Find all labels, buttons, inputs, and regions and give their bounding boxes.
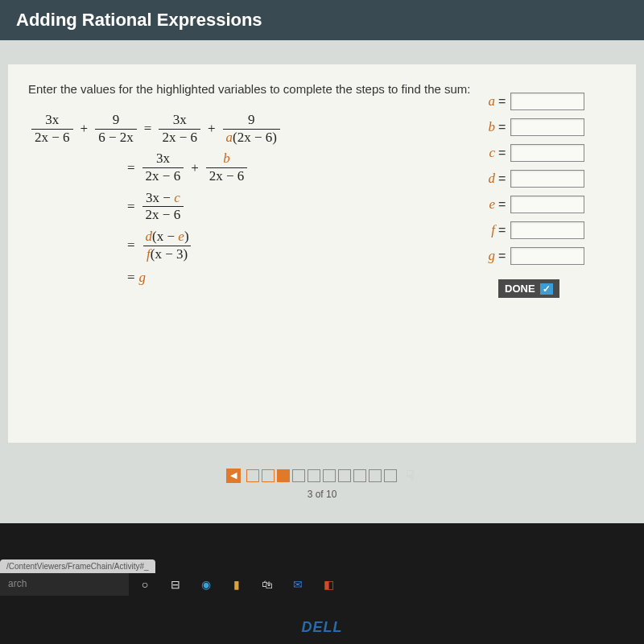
var-a: a <box>226 130 233 145</box>
math-line-3: = 3x − c 2x − 6 <box>28 190 471 224</box>
prev-arrow-icon[interactable]: ◀ <box>226 469 241 483</box>
equals-sign: = <box>127 159 135 178</box>
math-line-4: = d(x − e) f(x − 3) <box>28 229 471 262</box>
plus-sign: + <box>208 119 216 138</box>
page-header: Adding Rational Expressions <box>0 0 644 40</box>
label-d: d <box>471 171 495 187</box>
input-a[interactable] <box>510 93 584 110</box>
field-g: g = <box>471 247 616 265</box>
answer-panel: a = b = c = d = e = <box>471 80 616 427</box>
page-box-6[interactable] <box>323 469 336 482</box>
field-e: e = <box>471 196 616 213</box>
label-c: c <box>471 145 495 161</box>
input-g[interactable] <box>510 247 584 265</box>
fraction: 9 a(2x − 6) <box>223 112 280 146</box>
label-b: b <box>471 119 495 135</box>
page-box-9[interactable] <box>369 469 382 482</box>
page-box-1[interactable] <box>246 469 259 482</box>
next-hand-icon[interactable]: ☟ <box>402 468 419 484</box>
fraction: 3x − c 2x − 6 <box>142 190 184 224</box>
input-d[interactable] <box>510 170 584 188</box>
fraction: 3x 2x − 6 <box>142 151 184 184</box>
math-line-1: 3x 2x − 6 + 9 6 − 2x = 3x 2x − 6 + <box>28 112 471 146</box>
page-box-10[interactable] <box>384 469 397 482</box>
store-icon[interactable]: 🛍 <box>259 576 275 592</box>
math-block: 3x 2x − 6 + 9 6 − 2x = 3x 2x − 6 + <box>28 112 471 287</box>
plus-sign: + <box>80 119 89 138</box>
field-f: f = <box>471 221 616 239</box>
var-g: g <box>139 268 147 287</box>
fraction: d(x − e) f(x − 3) <box>142 229 192 262</box>
taskbar: ○ ⊟ ◉ ▮ 🛍 ✉ ◧ <box>129 573 644 596</box>
equals-sign: = <box>127 236 135 255</box>
content-area: Enter the values for the highlighted var… <box>0 40 644 523</box>
page-box-5[interactable] <box>308 469 320 482</box>
page-box-8[interactable] <box>353 469 366 482</box>
taskbar-area: /ContentViewers/FrameChain/Activity#_ ar… <box>0 558 644 596</box>
browser-tab[interactable]: /ContentViewers/FrameChain/Activity#_ <box>0 559 155 573</box>
equals-sign: = <box>144 119 152 138</box>
pager: ◀ ☟ 3 of 10 <box>8 467 636 500</box>
pager-boxes: ◀ ☟ <box>226 468 419 484</box>
page-box-3-current[interactable] <box>277 469 290 482</box>
search-input[interactable]: arch <box>0 573 129 596</box>
explorer-icon[interactable]: ▮ <box>229 576 245 592</box>
question-card: Enter the values for the highlighted var… <box>8 64 636 443</box>
done-button[interactable]: DONE ✓ <box>498 279 559 298</box>
label-f: f <box>471 222 495 238</box>
page-box-7[interactable] <box>338 469 351 482</box>
check-icon: ✓ <box>540 283 553 295</box>
page-box-4[interactable] <box>292 469 305 482</box>
math-line-2: = 3x 2x − 6 + b 2x − 6 <box>28 151 471 184</box>
label-e: e <box>471 196 495 213</box>
instructions-text: Enter the values for the highlighted var… <box>28 80 471 97</box>
field-b: b = <box>471 118 616 136</box>
page-title: Adding Rational Expressions <box>16 10 262 30</box>
fraction: 3x 2x − 6 <box>31 112 73 146</box>
plus-sign: + <box>191 159 199 178</box>
math-line-5: = g <box>28 268 471 287</box>
fraction: 9 6 − 2x <box>95 112 137 146</box>
dell-logo: DELL <box>302 619 343 636</box>
page-box-2[interactable] <box>262 469 275 482</box>
input-f[interactable] <box>510 221 584 239</box>
var-e: e <box>178 229 184 244</box>
input-b[interactable] <box>510 118 584 136</box>
label-a: a <box>471 93 495 109</box>
done-label: DONE <box>505 283 535 295</box>
cortana-icon[interactable]: ○ <box>137 576 153 592</box>
var-b: b <box>220 151 233 167</box>
edge-icon[interactable]: ◉ <box>198 576 214 592</box>
fraction: b 2x − 6 <box>206 151 248 184</box>
question-body: Enter the values for the highlighted var… <box>28 80 471 427</box>
task-view-icon[interactable]: ⊟ <box>167 576 184 592</box>
var-c: c <box>174 190 180 205</box>
input-c[interactable] <box>510 144 584 162</box>
mail-icon[interactable]: ✉ <box>290 576 306 592</box>
field-c: c = <box>471 144 616 162</box>
label-g: g <box>471 248 495 264</box>
office-icon[interactable]: ◧ <box>320 576 336 592</box>
input-e[interactable] <box>510 196 584 213</box>
fraction: 3x 2x − 6 <box>159 112 200 146</box>
var-d: d <box>146 229 153 244</box>
field-a: a = <box>471 93 616 110</box>
equals-sign: = <box>127 268 135 287</box>
pager-text: 3 of 10 <box>8 489 636 500</box>
field-d: d = <box>471 170 616 188</box>
equals-sign: = <box>127 197 135 217</box>
